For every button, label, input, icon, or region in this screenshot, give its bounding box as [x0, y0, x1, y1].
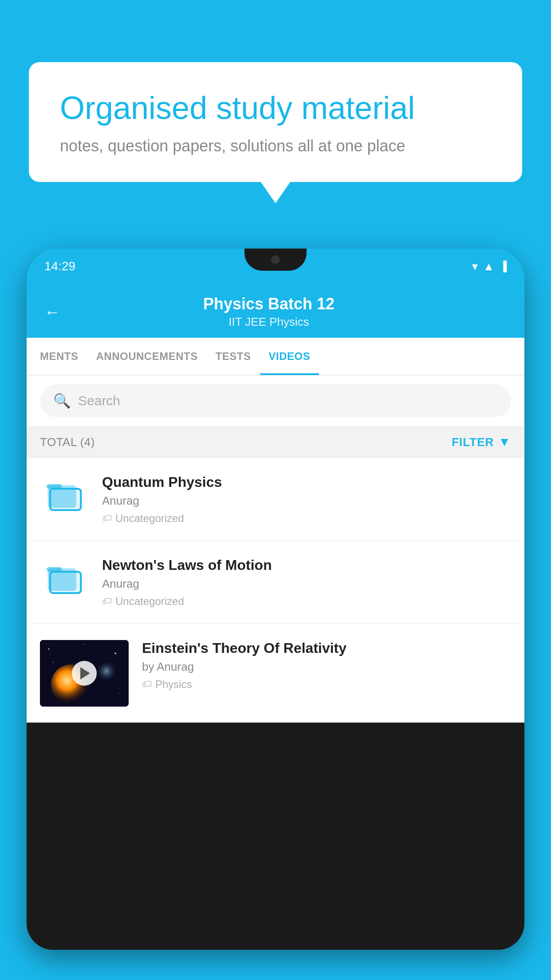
phone-screen: MENTS ANNOUNCEMENTS TESTS VIDEOS 🔍 Searc…: [27, 338, 524, 723]
svg-rect-3: [50, 489, 81, 510]
header-title-area: Physics Batch 12 IIT JEE Physics: [74, 295, 464, 329]
search-container: 🔍 Search: [27, 375, 524, 426]
notch: [244, 249, 307, 271]
item-title: Einstein's Theory Of Relativity: [142, 640, 511, 656]
list-item[interactable]: Quantum Physics Anurag 🏷 Uncategorized: [27, 458, 524, 541]
tab-announcements[interactable]: ANNOUNCEMENTS: [87, 338, 207, 375]
signal-icon: ▲: [483, 260, 495, 273]
svg-point-12: [84, 644, 85, 645]
status-bar: 14:29 ▾ ▲ ▐: [27, 249, 524, 284]
item-author: by Anurag: [142, 660, 511, 674]
content-area: Quantum Physics Anurag 🏷 Uncategorized: [27, 458, 524, 723]
bubble-subtitle: notes, question papers, solutions all at…: [60, 137, 491, 155]
item-title: Newton's Laws of Motion: [102, 557, 511, 573]
back-button[interactable]: ←: [44, 303, 60, 321]
header-title: Physics Batch 12: [74, 295, 464, 313]
tag-icon: 🏷: [102, 596, 112, 607]
folder-icon: [47, 561, 82, 596]
status-time: 14:29: [44, 259, 75, 273]
item-tag: 🏷 Physics: [142, 678, 511, 691]
svg-point-13: [114, 652, 116, 654]
video-thumbnail[interactable]: [40, 640, 129, 707]
wifi-icon: ▾: [472, 260, 478, 273]
svg-rect-7: [50, 572, 81, 593]
phone-frame: 14:29 ▾ ▲ ▐ ← Physics Batch 12 IIT JEE P…: [27, 249, 524, 980]
list-item[interactable]: Newton's Laws of Motion Anurag 🏷 Uncateg…: [27, 541, 524, 624]
bubble-title: Organised study material: [60, 89, 491, 127]
speech-bubble: Organised study material notes, question…: [29, 62, 522, 182]
item-content: Newton's Laws of Motion Anurag 🏷 Uncateg…: [102, 557, 511, 608]
item-tag: 🏷 Uncategorized: [102, 512, 511, 525]
search-placeholder: Search: [78, 393, 120, 408]
tab-ments[interactable]: MENTS: [31, 338, 87, 375]
tag-icon: 🏷: [142, 679, 152, 690]
tag-label: Uncategorized: [115, 595, 184, 608]
battery-icon: ▐: [500, 261, 507, 272]
svg-point-10: [95, 660, 118, 682]
camera: [271, 255, 280, 264]
item-author: Anurag: [102, 577, 511, 591]
tab-tests[interactable]: TESTS: [207, 338, 260, 375]
search-icon: 🔍: [53, 392, 71, 409]
phone-outer: 14:29 ▾ ▲ ▐ ← Physics Batch 12 IIT JEE P…: [27, 249, 524, 950]
header-subtitle: IIT JEE Physics: [74, 315, 464, 329]
filter-bar: TOTAL (4) FILTER ▼: [27, 426, 524, 458]
item-tag: 🏷 Uncategorized: [102, 595, 511, 608]
search-input-wrapper[interactable]: 🔍 Search: [40, 384, 511, 417]
tag-label: Uncategorized: [115, 512, 184, 525]
item-icon-area: [40, 474, 89, 513]
filter-label: FILTER: [452, 435, 494, 449]
item-icon-area: [40, 557, 89, 596]
item-content: Einstein's Theory Of Relativity by Anura…: [142, 640, 511, 691]
tab-videos[interactable]: VIDEOS: [260, 338, 319, 375]
tag-icon: 🏷: [102, 513, 112, 524]
filter-icon: ▼: [498, 435, 511, 449]
play-button[interactable]: [72, 661, 97, 686]
play-icon: [80, 667, 90, 680]
folder-icon: [47, 478, 82, 513]
svg-point-15: [53, 662, 54, 663]
item-content: Quantum Physics Anurag 🏷 Uncategorized: [102, 474, 511, 525]
tabs-bar: MENTS ANNOUNCEMENTS TESTS VIDEOS: [27, 338, 524, 375]
tag-label: Physics: [155, 678, 192, 691]
total-count: TOTAL (4): [40, 435, 95, 449]
svg-point-14: [119, 693, 120, 694]
list-item[interactable]: Einstein's Theory Of Relativity by Anura…: [27, 624, 524, 723]
speech-bubble-card: Organised study material notes, question…: [29, 62, 522, 182]
item-title: Quantum Physics: [102, 474, 511, 490]
filter-button[interactable]: FILTER ▼: [452, 435, 511, 449]
status-icons: ▾ ▲ ▐: [472, 260, 507, 273]
item-author: Anurag: [102, 494, 511, 508]
svg-point-11: [48, 648, 50, 650]
app-header: ← Physics Batch 12 IIT JEE Physics: [27, 284, 524, 338]
